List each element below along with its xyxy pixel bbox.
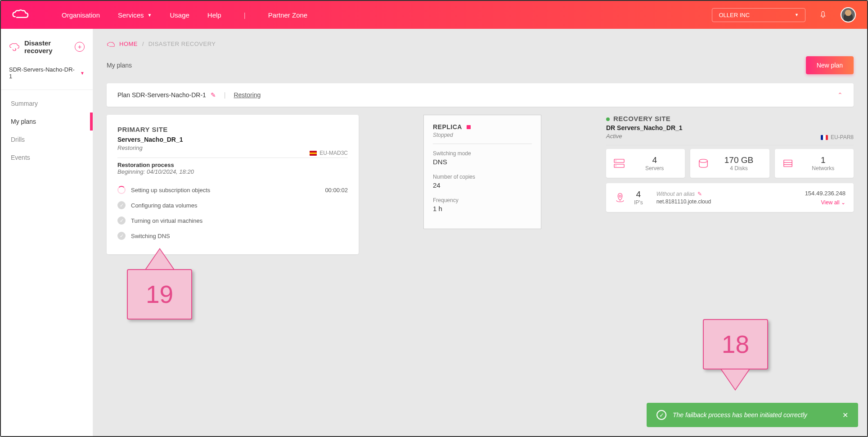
ips-value: 4 [634, 189, 643, 199]
section-title: My plans [107, 62, 132, 69]
chevron-down-icon: ▼ [80, 71, 85, 76]
replica-status: Stopped [433, 132, 532, 144]
breadcrumb-home[interactable]: HOME [119, 41, 138, 47]
main-content: HOME / DISASTER RECOVERY My plans New pl… [93, 29, 867, 436]
annotation-callout-19: 19 [127, 249, 192, 320]
chevron-down-icon: ▼ [795, 13, 799, 17]
svg-point-4 [699, 159, 707, 162]
plan-selector[interactable]: SDR-Servers-Nacho-DR-1 ▼ [9, 66, 85, 80]
divider [117, 158, 348, 158]
org-selector[interactable]: OLLER INC ▼ [712, 8, 805, 22]
new-plan-button[interactable]: New plan [806, 56, 854, 74]
ip-card: 4 IP's Without an alias ✎ net.8181110.jo… [606, 183, 854, 212]
switching-mode-label: Switching mode [433, 150, 532, 157]
success-toast: ✓ The failback process has been initiate… [647, 403, 858, 427]
view-all-label: View all [821, 199, 840, 206]
frequency-label: Frequency [433, 197, 532, 203]
svg-point-3 [616, 166, 616, 167]
cloud-icon [107, 41, 115, 47]
sidebar: Disaster recovery + SDR-Servers-Nacho-DR… [1, 29, 93, 436]
nav-usage[interactable]: Usage [170, 11, 189, 19]
spinner-icon [117, 186, 126, 194]
user-avatar[interactable] [841, 7, 856, 23]
network-icon [782, 158, 794, 168]
status-dot-icon [467, 125, 471, 129]
replica-panel: REPLICA Stopped Switching mode DNS Numbe… [423, 115, 541, 229]
step-row: Turning on virtual machines [117, 213, 348, 228]
storage-label: 4 Disks [715, 165, 762, 171]
switching-mode-value: DNS [433, 158, 532, 166]
storage-card[interactable]: 170 GB 4 Disks [690, 149, 769, 178]
step-label: Configuring data volumes [131, 202, 197, 209]
primary-name: Servers_Nacho_DR_1 [117, 136, 348, 143]
bell-icon[interactable] [819, 11, 827, 19]
callout-box: 18 [703, 319, 768, 369]
breadcrumb-current: DISASTER RECOVERY [148, 41, 216, 47]
servers-card[interactable]: 4 Servers [606, 149, 685, 178]
nav-help[interactable]: Help [207, 11, 221, 19]
servers-label: Servers [631, 165, 678, 171]
add-plan-button[interactable]: + [75, 42, 85, 52]
chevron-down-icon: ▼ [148, 13, 152, 18]
svg-point-8 [619, 195, 621, 198]
sidebar-title: Disaster recovery [24, 39, 70, 54]
storage-value: 170 GB [715, 155, 762, 165]
edit-icon[interactable]: ✎ [697, 191, 702, 197]
separator: | [224, 91, 226, 99]
breadcrumb-sep: / [142, 41, 144, 47]
breadcrumb: HOME / DISASTER RECOVERY [93, 29, 867, 52]
step-row: Setting up subscription objects 00:00:02 [117, 182, 348, 198]
recovery-region: EU-PAR8 [831, 134, 854, 140]
flag-es-icon [310, 151, 317, 156]
flag-fr-icon [821, 135, 828, 140]
svg-rect-5 [783, 160, 792, 167]
toast-message: The failback process has been initiated … [673, 411, 807, 419]
pending-icon [117, 216, 126, 225]
logo-icon[interactable] [12, 8, 35, 22]
location-icon [614, 193, 626, 203]
collapse-icon[interactable]: ⌃ [837, 91, 843, 99]
copies-value: 24 [433, 181, 532, 189]
step-label: Setting up subscription objects [131, 187, 210, 194]
edit-icon[interactable]: ✎ [211, 91, 216, 99]
chevron-down-icon: ⌄ [841, 199, 846, 206]
sidebar-item-summary[interactable]: Summary [1, 95, 93, 113]
cloud-sync-icon [9, 41, 20, 52]
step-label: Switching DNS [131, 233, 170, 239]
view-all-link[interactable]: View all ⌄ [805, 199, 846, 206]
sidebar-item-events[interactable]: Events [1, 149, 93, 167]
primary-region: EU-MAD3C [319, 150, 348, 156]
nav-partner-zone[interactable]: Partner Zone [268, 11, 308, 19]
ip-address: 154.49.236.248 [805, 190, 846, 197]
replica-title: REPLICA [433, 123, 532, 131]
recovery-site-panel: RECOVERY SITE DR Servers_Nacho_DR_1 Acti… [606, 115, 854, 212]
plan-name-label: Plan SDR-Servers-Nacho-DR-1 [117, 91, 206, 99]
nav-organisation[interactable]: Organisation [62, 11, 100, 19]
nav-services[interactable]: Services ▼ [118, 11, 152, 19]
alias-label: Without an alias [657, 191, 695, 197]
check-circle-icon: ✓ [657, 410, 666, 420]
nav-services-label: Services [118, 11, 144, 19]
sidebar-item-myplans[interactable]: My plans [1, 113, 93, 131]
server-icon [613, 158, 625, 168]
sidebar-item-drills[interactable]: Drills [1, 131, 93, 149]
close-icon[interactable]: ✕ [842, 411, 848, 419]
copies-label: Number of copies [433, 174, 532, 180]
step-row: Configuring data volumes [117, 198, 348, 213]
pending-icon [117, 201, 126, 209]
top-navbar: Organisation Services ▼ Usage Help | Par… [1, 1, 867, 29]
networks-card[interactable]: 1 Networks [775, 149, 854, 178]
networks-value: 1 [800, 155, 846, 165]
plan-status-link[interactable]: Restoring [234, 91, 261, 99]
recovery-name: DR Servers_Nacho_DR_1 [606, 124, 854, 131]
svg-point-2 [616, 161, 616, 162]
primary-title: PRIMARY SITE [117, 126, 348, 133]
org-name-label: OLLER INC [719, 12, 750, 18]
callout-box: 19 [127, 269, 192, 320]
nav-separator: | [244, 11, 246, 19]
step-label: Turning on virtual machines [131, 217, 202, 224]
plan-selector-label: SDR-Servers-Nacho-DR-1 [9, 66, 76, 80]
process-title: Restoration process [117, 162, 348, 168]
frequency-value: 1 h [433, 205, 532, 212]
ips-label: IP's [634, 199, 643, 206]
